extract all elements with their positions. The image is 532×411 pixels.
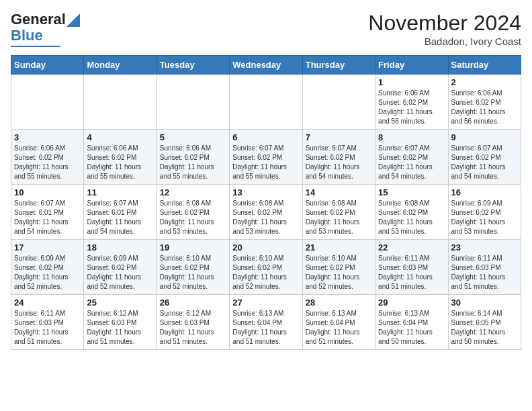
svg-marker-0 [66, 13, 80, 27]
day-number: 7 [306, 132, 372, 142]
calendar-cell: 15Sunrise: 6:08 AM Sunset: 6:02 PM Dayli… [375, 185, 448, 240]
day-number: 26 [160, 298, 226, 308]
day-number: 29 [378, 298, 445, 308]
calendar-cell [230, 75, 302, 130]
day-number: 24 [14, 298, 81, 308]
day-info: Sunrise: 6:07 AM Sunset: 6:02 PM Dayligh… [232, 144, 299, 181]
calendar-cell: 29Sunrise: 6:13 AM Sunset: 6:04 PM Dayli… [375, 295, 448, 350]
day-info: Sunrise: 6:08 AM Sunset: 6:02 PM Dayligh… [306, 199, 372, 236]
day-info: Sunrise: 6:07 AM Sunset: 6:02 PM Dayligh… [378, 144, 445, 181]
calendar-cell: 2Sunrise: 6:06 AM Sunset: 6:02 PM Daylig… [448, 75, 521, 130]
calendar-week-5: 24Sunrise: 6:11 AM Sunset: 6:03 PM Dayli… [11, 295, 521, 350]
day-number: 28 [306, 298, 372, 308]
day-info: Sunrise: 6:06 AM Sunset: 6:02 PM Dayligh… [378, 89, 445, 126]
day-number: 23 [451, 242, 518, 253]
calendar-cell: 9Sunrise: 6:07 AM Sunset: 6:02 PM Daylig… [448, 130, 521, 185]
weekday-header-tuesday: Tuesday [157, 56, 229, 75]
calendar-week-2: 3Sunrise: 6:06 AM Sunset: 6:02 PM Daylig… [11, 130, 521, 185]
day-info: Sunrise: 6:07 AM Sunset: 6:01 PM Dayligh… [87, 199, 153, 236]
page-header: General Blue November 2024 Badadon, Ivor… [11, 11, 521, 47]
calendar-cell: 21Sunrise: 6:10 AM Sunset: 6:02 PM Dayli… [302, 240, 375, 295]
weekday-header-friday: Friday [375, 56, 448, 75]
day-number: 12 [160, 187, 226, 197]
day-number: 19 [160, 242, 226, 253]
calendar-cell: 20Sunrise: 6:10 AM Sunset: 6:02 PM Dayli… [230, 240, 302, 295]
weekday-header-sunday: Sunday [11, 56, 84, 75]
weekday-header-thursday: Thursday [302, 56, 375, 75]
day-info: Sunrise: 6:07 AM Sunset: 6:01 PM Dayligh… [14, 199, 81, 236]
calendar-cell: 1Sunrise: 6:06 AM Sunset: 6:02 PM Daylig… [375, 75, 448, 130]
calendar-week-4: 17Sunrise: 6:09 AM Sunset: 6:02 PM Dayli… [11, 240, 521, 295]
logo-blue: Blue [11, 27, 43, 44]
day-info: Sunrise: 6:08 AM Sunset: 6:02 PM Dayligh… [232, 199, 299, 236]
logo-underline [11, 46, 60, 47]
day-number: 27 [232, 298, 299, 308]
calendar-cell: 10Sunrise: 6:07 AM Sunset: 6:01 PM Dayli… [11, 185, 84, 240]
day-info: Sunrise: 6:06 AM Sunset: 6:02 PM Dayligh… [14, 144, 81, 181]
calendar-cell: 24Sunrise: 6:11 AM Sunset: 6:03 PM Dayli… [11, 295, 84, 350]
day-number: 6 [232, 132, 299, 142]
calendar-cell: 16Sunrise: 6:09 AM Sunset: 6:02 PM Dayli… [448, 185, 521, 240]
day-number: 20 [232, 242, 299, 253]
calendar-cell: 8Sunrise: 6:07 AM Sunset: 6:02 PM Daylig… [375, 130, 448, 185]
calendar-week-3: 10Sunrise: 6:07 AM Sunset: 6:01 PM Dayli… [11, 185, 521, 240]
day-number: 25 [87, 298, 153, 308]
day-number: 16 [451, 187, 518, 197]
day-number: 9 [451, 132, 518, 142]
calendar-cell: 17Sunrise: 6:09 AM Sunset: 6:02 PM Dayli… [11, 240, 84, 295]
calendar-week-1: 1Sunrise: 6:06 AM Sunset: 6:02 PM Daylig… [11, 75, 521, 130]
day-info: Sunrise: 6:13 AM Sunset: 6:04 PM Dayligh… [232, 309, 299, 347]
weekday-header-saturday: Saturday [448, 56, 521, 75]
day-info: Sunrise: 6:09 AM Sunset: 6:02 PM Dayligh… [87, 254, 153, 291]
calendar-cell [302, 75, 375, 130]
day-number: 3 [14, 132, 81, 142]
calendar-cell: 19Sunrise: 6:10 AM Sunset: 6:02 PM Dayli… [157, 240, 229, 295]
calendar-cell: 30Sunrise: 6:14 AM Sunset: 6:05 PM Dayli… [448, 295, 521, 350]
calendar-cell: 23Sunrise: 6:11 AM Sunset: 6:03 PM Dayli… [448, 240, 521, 295]
calendar-cell: 26Sunrise: 6:12 AM Sunset: 6:03 PM Dayli… [157, 295, 229, 350]
day-info: Sunrise: 6:10 AM Sunset: 6:02 PM Dayligh… [160, 254, 226, 291]
title-block: November 2024 Badadon, Ivory Coast [368, 11, 521, 47]
day-info: Sunrise: 6:13 AM Sunset: 6:04 PM Dayligh… [306, 309, 372, 347]
day-info: Sunrise: 6:07 AM Sunset: 6:02 PM Dayligh… [451, 144, 518, 181]
day-number: 30 [451, 298, 518, 308]
day-info: Sunrise: 6:13 AM Sunset: 6:04 PM Dayligh… [378, 309, 445, 347]
day-number: 17 [14, 242, 81, 253]
calendar-cell: 18Sunrise: 6:09 AM Sunset: 6:02 PM Dayli… [84, 240, 157, 295]
day-info: Sunrise: 6:12 AM Sunset: 6:03 PM Dayligh… [160, 309, 226, 347]
calendar-cell: 25Sunrise: 6:12 AM Sunset: 6:03 PM Dayli… [84, 295, 157, 350]
calendar-cell: 12Sunrise: 6:08 AM Sunset: 6:02 PM Dayli… [157, 185, 229, 240]
logo-general: General [11, 11, 66, 28]
month-title: November 2024 [368, 11, 521, 36]
calendar-cell: 6Sunrise: 6:07 AM Sunset: 6:02 PM Daylig… [230, 130, 302, 185]
calendar-cell: 3Sunrise: 6:06 AM Sunset: 6:02 PM Daylig… [11, 130, 84, 185]
day-info: Sunrise: 6:11 AM Sunset: 6:03 PM Dayligh… [14, 309, 81, 347]
calendar-cell [84, 75, 157, 130]
day-number: 2 [451, 77, 518, 87]
day-info: Sunrise: 6:11 AM Sunset: 6:03 PM Dayligh… [451, 254, 518, 291]
calendar-cell: 14Sunrise: 6:08 AM Sunset: 6:02 PM Dayli… [302, 185, 375, 240]
day-number: 11 [87, 187, 153, 197]
calendar-cell: 28Sunrise: 6:13 AM Sunset: 6:04 PM Dayli… [302, 295, 375, 350]
day-info: Sunrise: 6:06 AM Sunset: 6:02 PM Dayligh… [87, 144, 153, 181]
weekday-header-monday: Monday [84, 56, 157, 75]
day-number: 15 [378, 187, 445, 197]
day-info: Sunrise: 6:11 AM Sunset: 6:03 PM Dayligh… [378, 254, 445, 291]
calendar-cell: 13Sunrise: 6:08 AM Sunset: 6:02 PM Dayli… [230, 185, 302, 240]
calendar-cell [11, 75, 84, 130]
calendar-cell: 4Sunrise: 6:06 AM Sunset: 6:02 PM Daylig… [84, 130, 157, 185]
day-number: 13 [232, 187, 299, 197]
calendar-cell: 11Sunrise: 6:07 AM Sunset: 6:01 PM Dayli… [84, 185, 157, 240]
day-number: 10 [14, 187, 81, 197]
day-info: Sunrise: 6:08 AM Sunset: 6:02 PM Dayligh… [378, 199, 445, 236]
day-info: Sunrise: 6:09 AM Sunset: 6:02 PM Dayligh… [14, 254, 81, 291]
calendar-cell: 22Sunrise: 6:11 AM Sunset: 6:03 PM Dayli… [375, 240, 448, 295]
day-number: 18 [87, 242, 153, 253]
day-info: Sunrise: 6:09 AM Sunset: 6:02 PM Dayligh… [451, 199, 518, 236]
logo: General Blue [11, 11, 80, 47]
day-number: 21 [306, 242, 372, 253]
weekday-header-wednesday: Wednesday [230, 56, 302, 75]
calendar-cell: 27Sunrise: 6:13 AM Sunset: 6:04 PM Dayli… [230, 295, 302, 350]
day-info: Sunrise: 6:10 AM Sunset: 6:02 PM Dayligh… [306, 254, 372, 291]
calendar-cell [157, 75, 229, 130]
